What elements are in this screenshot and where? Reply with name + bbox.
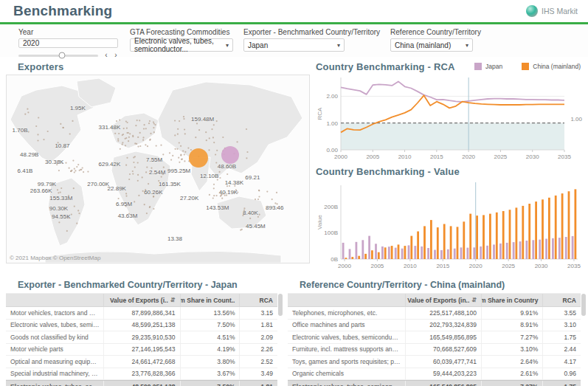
bar-pair-2017[interactable] bbox=[454, 227, 459, 259]
bar-pair-2025[interactable] bbox=[506, 210, 511, 259]
table-row[interactable]: Furniture, incl. mattress supports and a… bbox=[288, 344, 581, 356]
exporter-dropdown[interactable]: Japan ▾ bbox=[243, 38, 345, 52]
value-cell: 4.19% bbox=[180, 344, 240, 356]
svg-text:2010: 2010 bbox=[404, 263, 417, 269]
bar-pair-2028[interactable] bbox=[526, 204, 531, 259]
table-row[interactable]: Electronic valves, tubes, semiconductors… bbox=[6, 320, 277, 332]
value-cell: Value of Exports (in..⇵ bbox=[405, 294, 481, 306]
value-cell: 70,668,527,609 bbox=[405, 344, 481, 356]
svg-text:100B: 100B bbox=[324, 230, 338, 236]
commodity-dropdown[interactable]: Electronic valves, tubes, semiconductor.… bbox=[130, 38, 233, 52]
value-cell: 8.91% bbox=[481, 320, 542, 331]
logo-text: IHS Markit bbox=[542, 7, 578, 15]
year-stepper-back[interactable]: ‹ bbox=[103, 51, 110, 60]
bar-pair-2014[interactable] bbox=[434, 227, 439, 259]
bar-pair-2027[interactable] bbox=[519, 206, 525, 259]
bar-pair-2033[interactable] bbox=[558, 193, 564, 259]
bar-pair-2002[interactable] bbox=[356, 242, 361, 259]
table-selected-row[interactable]: Electronic valves, tubes, semiconductors… bbox=[6, 380, 277, 386]
reference-dropdown[interactable]: China (mainland) ▾ bbox=[390, 38, 473, 52]
bar-pair-2015[interactable] bbox=[440, 224, 446, 260]
map-value-label: 893.46 bbox=[266, 204, 283, 210]
japan-line[interactable] bbox=[341, 81, 564, 102]
table-row[interactable]: Motor vehicle parts27,146,195,5434.19%2.… bbox=[6, 344, 277, 356]
world-map[interactable]: 1.95K331.48K159.48M1.70B10.8748.29B30.38… bbox=[6, 75, 310, 263]
svg-text:2000: 2000 bbox=[338, 263, 351, 269]
table-row[interactable]: Goods not classified by kind29,235,910,5… bbox=[6, 331, 277, 344]
japan-bubble[interactable] bbox=[221, 146, 239, 164]
value-cell: 2.64% bbox=[481, 356, 542, 368]
map-value-label: 22.89K bbox=[108, 185, 126, 191]
commodity-cell: Motor vehicle parts bbox=[6, 345, 103, 353]
value-bar-chart[interactable]: 0B100B200B200020052010201520202025203020… bbox=[316, 178, 584, 271]
year-input[interactable]: 2020 bbox=[18, 38, 118, 48]
commodity-cell: Optical and measuring equipment, meter.. bbox=[6, 358, 103, 365]
map-value-label: 40.19K bbox=[219, 188, 238, 195]
bar-pair-2032[interactable] bbox=[552, 196, 557, 259]
bar-pair-2013[interactable] bbox=[427, 220, 432, 259]
legend-item-japan[interactable]: Japan bbox=[474, 63, 502, 70]
bar-pair-2031[interactable] bbox=[545, 198, 550, 259]
bar-pair-2003[interactable] bbox=[362, 240, 367, 259]
svg-text:1.00: 1.00 bbox=[570, 116, 582, 123]
china-table-panel: Reference Country/Territory - China (mai… bbox=[288, 278, 581, 386]
china-table: Value of Exports (in..⇵Comm Share in Cou… bbox=[288, 293, 581, 386]
bar-pair-2019[interactable] bbox=[467, 214, 472, 259]
bar-pair-2005[interactable] bbox=[375, 244, 380, 259]
bar-pair-2012[interactable] bbox=[421, 226, 426, 259]
table-scrollbar[interactable] bbox=[278, 294, 283, 316]
sort-icon[interactable]: ⇵ bbox=[471, 297, 477, 303]
commodity-filter: GTA Forecasting Commodities Electronic v… bbox=[130, 28, 233, 54]
bar-pair-2021[interactable] bbox=[480, 215, 485, 259]
bar-pair-2035[interactable] bbox=[572, 189, 577, 259]
year-slider[interactable] bbox=[18, 55, 98, 57]
bar-pair-2022[interactable] bbox=[486, 214, 491, 259]
reference-filter-label: Reference Country/Territory bbox=[390, 28, 481, 36]
china-bubble[interactable] bbox=[189, 148, 208, 168]
bar-pair-2006[interactable] bbox=[381, 247, 387, 259]
table-row[interactable]: Special industrial machinery, n.e.s.23,7… bbox=[6, 368, 277, 381]
bar-pair-2029[interactable] bbox=[532, 201, 537, 259]
bar-pair-2024[interactable] bbox=[499, 211, 505, 259]
bar-pair-2009[interactable] bbox=[401, 246, 407, 259]
bar-pair-2018[interactable] bbox=[460, 221, 466, 259]
svg-text:1.00: 1.00 bbox=[326, 120, 338, 127]
map-value-label: 8.40K bbox=[243, 209, 258, 216]
chevron-down-icon: ▾ bbox=[466, 42, 468, 49]
table-row[interactable]: Office machines and parts202,793,324,839… bbox=[288, 320, 581, 332]
value-cell: 3.55 bbox=[542, 307, 581, 319]
value-cell: 7.50% bbox=[180, 320, 240, 331]
bar-pair-2016[interactable] bbox=[447, 226, 452, 259]
year-filter: Year 2020 ‹ › bbox=[18, 28, 120, 54]
bar-pair-2007[interactable] bbox=[388, 246, 393, 259]
bar-pair-2034[interactable] bbox=[565, 191, 570, 259]
year-slider-thumb[interactable] bbox=[59, 52, 66, 59]
rca-chart-panel: Country Benchmarking - RCA JapanChina (m… bbox=[316, 60, 584, 165]
rca-line-chart[interactable]: 0.001.002.002000200520102015202020252030… bbox=[316, 73, 584, 162]
bar-pair-2011[interactable] bbox=[414, 232, 419, 260]
bar-pair-2010[interactable] bbox=[408, 236, 413, 259]
map-value-label: 13.38 bbox=[167, 235, 182, 241]
value-cell: 2.44 bbox=[542, 344, 581, 356]
table-selected-row[interactable]: Electronic valves, tubes, semiconductors… bbox=[288, 380, 581, 386]
bar-pair-2000[interactable] bbox=[342, 243, 347, 259]
bar-pair-2030[interactable] bbox=[539, 199, 544, 259]
table-row[interactable]: Organic chemicals59,444,203,2232.61%0.96 bbox=[288, 368, 581, 381]
bar-pair-2004[interactable] bbox=[368, 236, 373, 259]
svg-text:2020: 2020 bbox=[462, 154, 475, 160]
bar-pair-2026[interactable] bbox=[513, 207, 518, 259]
legend-item-china-mainland-[interactable]: China (mainland) bbox=[522, 63, 581, 70]
bar-pair-2008[interactable] bbox=[395, 244, 400, 259]
bar-pair-2001[interactable] bbox=[349, 249, 354, 259]
sort-icon[interactable]: ⇵ bbox=[170, 297, 176, 303]
value-cell: 3.49 bbox=[239, 368, 277, 380]
svg-text:0B: 0B bbox=[331, 256, 338, 263]
table-row[interactable]: Electronic valves, tubes, semiconductors… bbox=[288, 331, 581, 344]
table-row[interactable]: Motor vehicles, tractors and works truck… bbox=[6, 307, 277, 320]
table-row[interactable]: Optical and measuring equipment, meter..… bbox=[6, 356, 277, 368]
table-row[interactable]: Telephones, microphones, etc.225,517,488… bbox=[288, 307, 581, 320]
table-row[interactable]: Toys, games and sports requisites; parts… bbox=[288, 356, 581, 368]
table-scrollbar[interactable] bbox=[581, 294, 586, 316]
bar-pair-2023[interactable] bbox=[493, 213, 498, 259]
year-stepper-forward[interactable]: › bbox=[112, 51, 120, 60]
